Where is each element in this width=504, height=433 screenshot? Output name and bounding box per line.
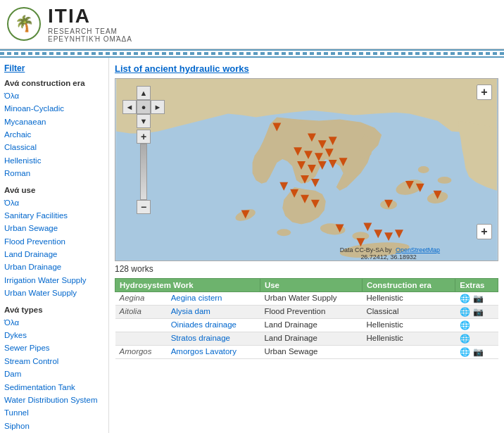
external-link-icon[interactable]: 🌐 bbox=[460, 334, 470, 344]
logo-text: ITIA RESEARCH TEAM ΕΡΕΥΝΗΤΙΚΉ ΟΜΆΔΑ bbox=[48, 6, 132, 43]
work-name-cell: Stratos drainage bbox=[167, 332, 260, 346]
work-name-cell: Alysia dam bbox=[167, 306, 260, 319]
era-cell: Hellenistic bbox=[362, 332, 455, 346]
sidebar-use-land[interactable]: Land Drainage bbox=[4, 248, 104, 261]
sidebar-type-dam[interactable]: Dam bbox=[4, 368, 104, 380]
external-link-icon[interactable]: 🌐 bbox=[460, 320, 470, 330]
region-cell: Aegina bbox=[115, 291, 167, 306]
nav-corner-tr bbox=[151, 86, 165, 100]
sidebar-era-all[interactable]: Όλα bbox=[4, 89, 104, 102]
sidebar-use-all[interactable]: Όλα bbox=[4, 196, 104, 209]
header: 🌴 ITIA RESEARCH TEAM ΕΡΕΥΝΗΤΙΚΉ ΟΜΆΔΑ bbox=[0, 0, 504, 49]
nav-right-button[interactable]: ► bbox=[151, 100, 165, 114]
sidebar-era-mycanaean[interactable]: Mycanaean bbox=[4, 115, 104, 128]
sidebar-type-sedimentation[interactable]: Sedimentation Tank bbox=[4, 381, 104, 394]
use-cell: Flood Prevention bbox=[260, 306, 362, 319]
sidebar-use-water-supply[interactable]: Urban Water Supply bbox=[4, 287, 104, 299]
work-name-link[interactable]: Oiniades drainage bbox=[171, 320, 237, 329]
nav-left-button[interactable]: ◄ bbox=[122, 100, 137, 114]
camera-icon[interactable]: 📷 bbox=[473, 307, 484, 317]
logo-area: 🌴 ITIA RESEARCH TEAM ΕΡΕΥΝΗΤΙΚΉ ΟΜΆΔΑ bbox=[7, 6, 132, 43]
works-table: Hydrosystem Work Use Construction era Ex… bbox=[115, 278, 498, 360]
sidebar-use-urban-sewage[interactable]: Urban Sewage bbox=[4, 222, 104, 234]
map-svg: Data CC-By-SA by OpenStreetMap 26.72412,… bbox=[115, 79, 498, 261]
nav-down-button[interactable]: ▼ bbox=[137, 114, 151, 128]
expand-button-top[interactable]: + bbox=[477, 84, 492, 100]
era-cell: Classical bbox=[362, 306, 455, 319]
sidebar-era-archaic[interactable]: Archaic bbox=[4, 128, 104, 141]
work-name-link[interactable]: Aegina cistern bbox=[171, 294, 222, 302]
sidebar-use-irrigation[interactable]: Irrigation Water Supply bbox=[4, 274, 104, 287]
sidebar: Filter Ανά construction era Όλα Minoan-C… bbox=[0, 58, 109, 433]
logo-subtitle2: ΕΡΕΥΝΗΤΙΚΉ ΟΜΆΔΑ bbox=[48, 35, 132, 43]
map-container[interactable]: Data CC-By-SA by OpenStreetMap 26.72412,… bbox=[115, 78, 498, 261]
nav-center-button[interactable]: ● bbox=[137, 100, 151, 114]
content-title: List of ancient hydraulic works bbox=[115, 63, 498, 74]
sidebar-era-hellenistic[interactable]: Hellenistic bbox=[4, 154, 104, 167]
region-cell: Aitolia bbox=[115, 306, 167, 319]
sidebar-type-siphon[interactable]: Siphon bbox=[4, 420, 104, 432]
zoom-in-button[interactable]: + bbox=[137, 130, 151, 144]
era-cell bbox=[362, 346, 455, 359]
extras-cell: 🌐 bbox=[455, 332, 498, 346]
camera-icon[interactable]: 📷 bbox=[473, 347, 484, 357]
filter-link[interactable]: Filter bbox=[4, 63, 104, 73]
sidebar-use-sanitary[interactable]: Sanitary Facilities bbox=[4, 209, 104, 222]
work-name-link[interactable]: Stratos drainage bbox=[171, 334, 230, 342]
work-name-link[interactable]: Alysia dam bbox=[171, 307, 210, 315]
sidebar-era-roman[interactable]: Roman bbox=[4, 167, 104, 180]
table-body: AeginaAegina cisternUrban Water SupplyHe… bbox=[115, 291, 498, 359]
sidebar-section-use-title: Ανά use bbox=[4, 186, 104, 194]
extras-cell: 🌐📷 bbox=[455, 346, 498, 359]
external-link-icon[interactable]: 🌐 bbox=[460, 307, 470, 317]
era-cell: Hellenistic bbox=[362, 291, 455, 306]
col-hydrosystem: Hydrosystem Work bbox=[115, 278, 260, 291]
era-cell: Hellenistic bbox=[362, 319, 455, 332]
logo-circle: 🌴 bbox=[7, 7, 41, 41]
extras-cell: 🌐📷 bbox=[455, 292, 498, 306]
nav-corner-tl bbox=[122, 86, 137, 100]
table-header-row: Hydrosystem Work Use Construction era Ex… bbox=[115, 278, 498, 291]
svg-point-6 bbox=[277, 229, 291, 236]
logo-title: ITIA bbox=[48, 6, 132, 27]
svg-point-9 bbox=[438, 177, 452, 184]
palm-icon: 🌴 bbox=[15, 15, 34, 33]
work-name-link[interactable]: Amorgos Lavatory bbox=[171, 347, 237, 356]
external-link-icon[interactable]: 🌐 bbox=[460, 347, 470, 357]
svg-text:26.72412, 36.18932: 26.72412, 36.18932 bbox=[360, 253, 416, 261]
sidebar-type-tunnel[interactable]: Tunnel bbox=[4, 406, 104, 419]
use-cell: Land Drainage bbox=[260, 332, 362, 346]
sidebar-era-minoan[interactable]: Minoan-Cycladic bbox=[4, 102, 104, 115]
region-cell: Amorgos bbox=[115, 346, 167, 359]
sidebar-type-sewer[interactable]: Sewer Pipes bbox=[4, 341, 104, 354]
work-name-cell: Aegina cistern bbox=[167, 291, 260, 306]
col-era: Construction era bbox=[362, 278, 455, 291]
works-count: 128 works bbox=[115, 264, 498, 274]
sidebar-section-types-title: Ανά types bbox=[4, 306, 104, 314]
sidebar-section-era-title: Ανά construction era bbox=[4, 79, 104, 87]
col-use: Use bbox=[260, 278, 362, 291]
logo-subtitle1: RESEARCH TEAM bbox=[48, 27, 132, 35]
camera-icon[interactable]: 📷 bbox=[473, 294, 484, 303]
sidebar-type-stream[interactable]: Stream Control bbox=[4, 355, 104, 368]
sidebar-use-urban-drainage[interactable]: Urban Drainage bbox=[4, 261, 104, 273]
nav-up-button[interactable]: ▲ bbox=[137, 86, 151, 100]
map-navigation: ▲ ◄ ● ► ▼ + − bbox=[122, 86, 165, 214]
table-row: AeginaAegina cisternUrban Water SupplyHe… bbox=[115, 291, 498, 306]
sidebar-type-all[interactable]: Όλα bbox=[4, 316, 104, 329]
wave-divider bbox=[0, 49, 504, 58]
external-link-icon[interactable]: 🌐 bbox=[460, 294, 470, 303]
sidebar-era-classical[interactable]: Classical bbox=[4, 141, 104, 153]
zoom-out-button[interactable]: − bbox=[137, 200, 151, 214]
content-area: List of ancient hydraulic works bbox=[109, 58, 504, 433]
sidebar-type-dykes[interactable]: Dykes bbox=[4, 329, 104, 341]
region-cell bbox=[115, 332, 167, 346]
expand-button-bottom[interactable]: + bbox=[477, 224, 492, 239]
sidebar-use-flood[interactable]: Flood Prevention bbox=[4, 235, 104, 248]
nav-corner-br bbox=[151, 114, 165, 128]
use-cell: Urban Water Supply bbox=[260, 291, 362, 306]
sidebar-type-water-dist[interactable]: Water Distribution System bbox=[4, 394, 104, 406]
work-name-cell: Oiniades drainage bbox=[167, 319, 260, 332]
zoom-slider[interactable] bbox=[140, 144, 147, 200]
table-row: AmorgosAmorgos LavatoryUrban Sewage🌐📷 bbox=[115, 346, 498, 359]
